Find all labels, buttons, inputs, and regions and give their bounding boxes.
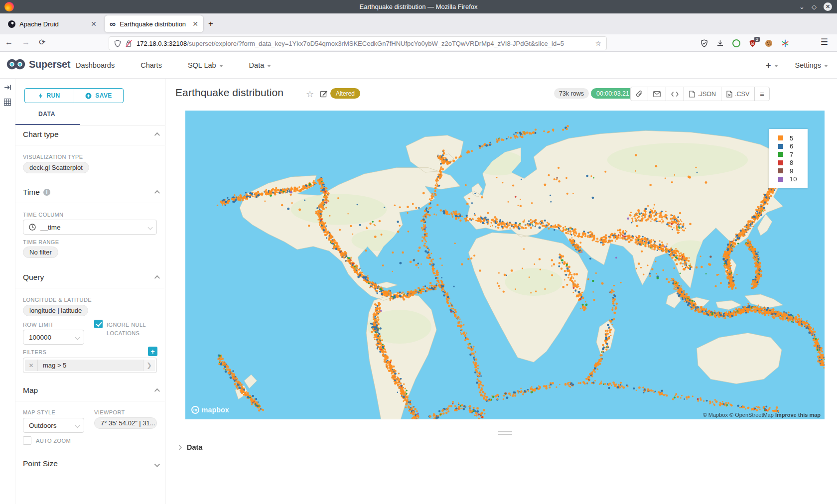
- run-save-group: RUN SAVE: [24, 88, 124, 103]
- email-button[interactable]: [648, 87, 666, 101]
- panel-drag-handle[interactable]: [185, 431, 825, 435]
- legend-item: 10: [778, 175, 808, 184]
- tab-label: Earthquake distribution: [120, 20, 186, 28]
- nav-data[interactable]: Data: [249, 61, 272, 69]
- chevron-up-icon: [154, 132, 160, 138]
- chevron-up-icon: [154, 275, 160, 281]
- nav-charts[interactable]: Charts: [140, 61, 162, 69]
- legend-swatch: [778, 160, 783, 165]
- reload-button[interactable]: ⟳: [39, 37, 45, 47]
- envelope-icon: [653, 91, 661, 97]
- query-timer-badge: 00:00:03.21: [591, 88, 635, 99]
- url-host: 172.18.0.3:32108: [137, 40, 187, 47]
- url-bar[interactable]: 172.18.0.3:32108/superset/explore/?form_…: [109, 36, 607, 50]
- insecure-lock-icon[interactable]: [126, 40, 132, 47]
- legend-item: 5: [778, 134, 808, 142]
- copy-link-button[interactable]: [631, 87, 648, 101]
- legend-swatch: [778, 168, 783, 173]
- lonlat-pill[interactable]: longitude | latitude: [23, 305, 88, 316]
- remove-filter-icon[interactable]: ✕: [25, 360, 38, 371]
- pocket-shield-icon[interactable]: [700, 39, 708, 47]
- dataset-grid-icon[interactable]: [3, 98, 11, 106]
- row-limit-label: ROW LIMIT: [23, 322, 54, 328]
- settings-menu[interactable]: Settings: [795, 61, 828, 69]
- add-filter-button[interactable]: +: [148, 347, 157, 356]
- map-legend: 5 6 7 8 9 10: [769, 129, 808, 188]
- ignore-null-checkbox[interactable]: [94, 320, 103, 328]
- nav-sql-lab[interactable]: SQL Lab: [188, 61, 223, 69]
- section-time[interactable]: Time i: [23, 188, 158, 197]
- chart-title: Earthquake distribution: [175, 87, 283, 99]
- druid-favicon: [8, 20, 15, 28]
- legend-swatch: [778, 135, 783, 140]
- section-point-size[interactable]: Point Size: [23, 459, 158, 468]
- chevron-down-icon: [154, 462, 160, 467]
- bookmark-star-icon[interactable]: ☆: [595, 39, 601, 47]
- extension-badge: 2: [754, 37, 760, 42]
- favorite-star-icon[interactable]: ☆: [306, 89, 314, 100]
- section-chart-type[interactable]: Chart type: [23, 130, 158, 139]
- browser-toolbar: ← → ⟳ 172.18.0.3:32108/superset/explore/…: [0, 34, 837, 52]
- forward-button[interactable]: →: [22, 38, 30, 47]
- section-query[interactable]: Query: [23, 273, 158, 282]
- window-maximize-button[interactable]: ◇: [812, 3, 817, 10]
- save-button[interactable]: SAVE: [74, 89, 123, 103]
- viz-type-pill[interactable]: deck.gl Scatterplot: [23, 162, 89, 173]
- tab-close-icon[interactable]: ✕: [192, 20, 198, 28]
- cookie-extension-icon[interactable]: [765, 39, 773, 47]
- filter-chip[interactable]: ✕ mag > 5 ❯: [25, 360, 155, 371]
- privacy-extension-icon[interactable]: [732, 39, 740, 47]
- scatter-map-canvas[interactable]: [185, 111, 825, 419]
- embed-code-button[interactable]: [666, 87, 684, 101]
- expand-panel-icon[interactable]: [4, 84, 11, 91]
- snowflake-extension-icon[interactable]: [781, 39, 789, 47]
- legend-swatch: [778, 177, 783, 182]
- mapbox-logo[interactable]: m mapbox: [191, 406, 229, 414]
- time-column-label: TIME COLUMN: [23, 212, 63, 218]
- map-style-select[interactable]: Outdoors: [23, 418, 84, 433]
- tab-close-icon[interactable]: ✕: [91, 20, 97, 28]
- chevron-right-icon: [177, 445, 182, 450]
- plus-circle-icon: [85, 93, 92, 99]
- browser-menu-icon[interactable]: ☰: [821, 37, 828, 47]
- time-range-label: TIME RANGE: [23, 239, 59, 245]
- back-button[interactable]: ←: [5, 38, 13, 47]
- adblock-extension-icon[interactable]: ω 2: [749, 39, 756, 47]
- info-icon: i: [43, 189, 50, 196]
- run-button[interactable]: RUN: [25, 89, 74, 103]
- viewport-pill[interactable]: 7° 35' 54.02" | 31...: [94, 417, 157, 429]
- deckgl-map[interactable]: 5 6 7 8 9 10 m mapbox © Mapbox © OpenStr…: [185, 111, 825, 419]
- improve-map-link[interactable]: Improve this map: [775, 412, 821, 418]
- export-json-button[interactable]: .JSON: [684, 87, 721, 101]
- edit-title-icon[interactable]: [320, 90, 328, 98]
- downloads-icon[interactable]: [716, 39, 724, 47]
- window-minimize-button[interactable]: ⌄: [799, 3, 805, 10]
- new-item-button[interactable]: +: [766, 60, 778, 71]
- file-x-icon: [726, 91, 732, 98]
- nav-dashboards[interactable]: Dashboards: [76, 61, 115, 69]
- attribution-osm[interactable]: © OpenStreetMap: [729, 412, 774, 418]
- time-range-pill[interactable]: No filter: [23, 247, 58, 258]
- tab-label: Apache Druid: [19, 20, 59, 28]
- window-close-button[interactable]: ✕: [824, 2, 832, 11]
- chevron-right-icon[interactable]: ❯: [143, 360, 155, 371]
- tracking-shield-icon[interactable]: [114, 40, 121, 47]
- new-tab-button[interactable]: +: [208, 19, 213, 29]
- superset-infinity-icon: [6, 58, 26, 71]
- time-column-select[interactable]: __time: [23, 220, 157, 235]
- tab-earthquake-distribution[interactable]: ∞ Earthquake distribution ✕: [105, 15, 203, 32]
- url-path: /superset/explore/?form_data_key=1Ykx7oD…: [187, 40, 564, 47]
- chart-menu-button[interactable]: ≡: [755, 87, 769, 101]
- data-panel-toggle[interactable]: Data: [177, 443, 202, 451]
- tab-data[interactable]: DATA: [38, 111, 55, 118]
- section-map[interactable]: Map: [23, 386, 158, 395]
- attribution-mapbox[interactable]: © Mapbox: [703, 412, 728, 418]
- chevron-down-icon: [219, 65, 223, 67]
- paperclip-icon: [636, 90, 643, 98]
- tab-apache-druid[interactable]: Apache Druid ✕: [3, 15, 102, 32]
- superset-logo[interactable]: Superset: [6, 58, 70, 71]
- export-csv-button[interactable]: .CSV: [721, 87, 755, 101]
- row-limit-select[interactable]: 100000: [23, 330, 84, 345]
- auto-zoom-checkbox[interactable]: [23, 436, 31, 445]
- legend-item: 9: [778, 167, 808, 175]
